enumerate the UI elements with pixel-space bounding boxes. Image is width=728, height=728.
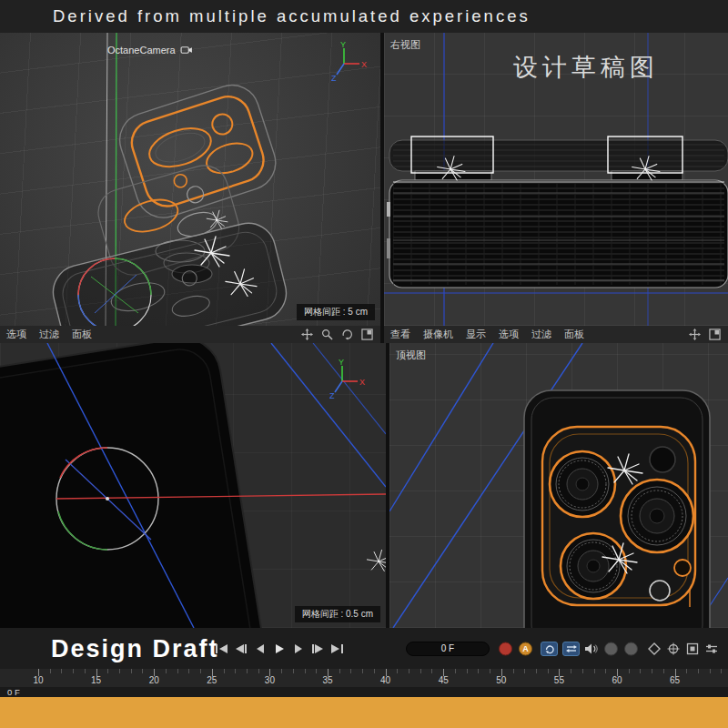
octane-camera-label: OctaneCamera: [107, 45, 176, 56]
parameter-toggle-button[interactable]: [624, 642, 638, 655]
keyframe-toggle-button[interactable]: [604, 642, 618, 655]
timeline-range-row: 0 F: [0, 687, 728, 697]
menu-item-filter[interactable]: 过滤: [531, 328, 551, 341]
ruler-tick: 55: [554, 675, 564, 685]
menu-item-cameras[interactable]: 摄像机: [423, 328, 453, 341]
menu-item-options[interactable]: 选项: [6, 328, 26, 341]
current-frame-value: 0 F: [441, 643, 454, 653]
top-caption-text: Derived from multiple accumulated experi…: [53, 6, 531, 26]
right-view-label: 右视图: [390, 38, 420, 52]
viewport-maximize-icon[interactable]: [361, 329, 373, 340]
timeline-ruler[interactable]: 10 15 20 25 30 35 40 45 50 55 60 65: [0, 669, 728, 687]
ruler-tick: 35: [322, 675, 332, 685]
axis-x-label: X: [361, 60, 367, 69]
app-window: Derived from multiple accumulated experi…: [0, 0, 728, 728]
viewport-top-view[interactable]: 顶视图: [389, 343, 728, 628]
top-view-scene-sketch: [389, 343, 728, 628]
menu-item-panel[interactable]: 面板: [564, 328, 584, 341]
perspective-scene-sketch: [0, 33, 380, 326]
ruler-tick: 10: [33, 675, 43, 685]
viewport-menubar-left: 选项 过滤 面板: [0, 326, 380, 343]
ruler-tick: 30: [265, 675, 275, 685]
sound-icon[interactable]: [584, 643, 598, 654]
timeline-range-slider[interactable]: [0, 697, 728, 728]
sliders-icon[interactable]: [705, 642, 718, 655]
ruler-tick: 15: [91, 675, 101, 685]
axis-x-label: X: [359, 378, 365, 387]
grid-spacing-chip: 网格间距 : 5 cm: [297, 304, 375, 320]
grid-spacing-text: 网格间距 : 5 cm: [304, 307, 368, 317]
target-icon[interactable]: [667, 642, 680, 655]
ruler-tick: 50: [496, 675, 506, 685]
menu-item-view[interactable]: 查看: [390, 328, 410, 341]
viewport-pan-icon[interactable]: [689, 329, 701, 340]
ruler-tick: 45: [439, 675, 449, 685]
axis-z-label: Z: [331, 74, 337, 82]
menu-item-options[interactable]: 选项: [499, 328, 519, 341]
camera-label-row[interactable]: OctaneCamera: [107, 45, 193, 56]
axis-y-label: Y: [340, 40, 346, 49]
viewport-rotate-icon[interactable]: [341, 329, 353, 340]
design-draft-watermark: Design Draft: [51, 634, 219, 662]
range-start-label: 0 F: [7, 687, 20, 697]
axis-z-label: Z: [329, 391, 335, 399]
timeline-right-tools: [648, 642, 718, 655]
ruler-tick: 60: [612, 675, 622, 685]
goto-end-icon[interactable]: [329, 643, 344, 654]
viewport-zoom-icon[interactable]: [321, 329, 333, 340]
record-button[interactable]: [499, 642, 512, 655]
keyframe-mode-button[interactable]: [562, 642, 580, 656]
back-view-scene-sketch: [0, 343, 386, 628]
prev-frame-icon[interactable]: [253, 643, 268, 654]
viewport-back-view[interactable]: Y X Z 网格间距 : 0.5 cm: [0, 343, 386, 628]
autokey-button[interactable]: A: [519, 642, 532, 655]
prev-key-icon[interactable]: [234, 643, 248, 654]
axis-y-label: Y: [339, 358, 344, 367]
grid-spacing-chip: 网格间距 : 0.5 cm: [295, 606, 380, 622]
goto-start-icon[interactable]: [215, 643, 229, 654]
transport-controls: [215, 643, 344, 654]
ruler-tick: 65: [670, 675, 680, 685]
viewport-nav-icons: [689, 329, 728, 340]
autokey-letter: A: [522, 644, 529, 653]
viewport-perspective[interactable]: OctaneCamera Y X Z 网格间距 : 5 cm: [0, 33, 380, 326]
axis-gizmo: Y X Z: [329, 358, 366, 403]
play-icon[interactable]: [272, 643, 287, 654]
keyframe-diamond-icon[interactable]: [648, 642, 661, 655]
menu-item-display[interactable]: 显示: [466, 328, 486, 341]
timeline-toolbar: Design Draft 0 F A: [0, 628, 728, 669]
design-sketch-watermark: 设计草稿图: [513, 51, 659, 84]
loop-mode-button[interactable]: [541, 642, 558, 656]
frame-icon[interactable]: [686, 642, 699, 655]
viewport-right-view[interactable]: 右视图 设计草稿图: [384, 33, 728, 326]
viewport-maximize-icon[interactable]: [709, 329, 721, 340]
camera-icon: [180, 46, 193, 55]
grid-spacing-text: 网格间距 : 0.5 cm: [302, 609, 373, 619]
ruler-tick: 25: [207, 675, 217, 685]
menu-item-filter[interactable]: 过滤: [39, 328, 59, 341]
current-frame-field[interactable]: 0 F: [406, 642, 490, 656]
next-key-icon[interactable]: [310, 643, 325, 654]
top-view-label: 顶视图: [396, 349, 426, 362]
viewport-nav-icons: [301, 329, 380, 340]
ruler-tick: 20: [149, 675, 159, 685]
top-caption-bar: Derived from multiple accumulated experi…: [0, 0, 728, 33]
axis-gizmo: Y X Z: [331, 40, 368, 86]
menu-item-panel[interactable]: 面板: [72, 328, 92, 341]
viewport-pan-icon[interactable]: [301, 329, 313, 340]
viewport-menubar-right: 查看 摄像机 显示 选项 过滤 面板: [384, 326, 728, 343]
next-frame-icon[interactable]: [291, 643, 306, 654]
ruler-tick: 40: [380, 675, 390, 685]
